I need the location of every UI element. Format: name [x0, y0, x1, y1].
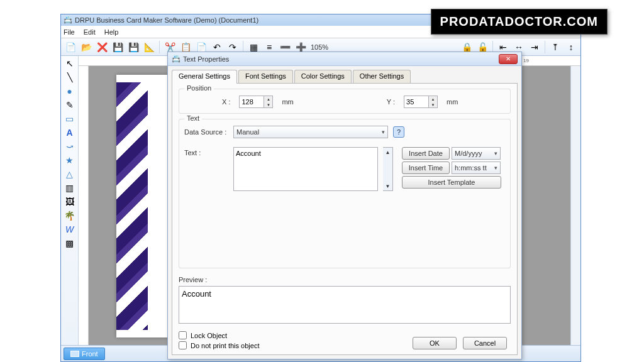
- position-group: Position X : ▲▼ mm Y : ▲▼ mm: [179, 89, 511, 114]
- y-input[interactable]: [404, 96, 429, 108]
- align-right-icon[interactable]: ⇥: [528, 40, 541, 54]
- time-format-select[interactable]: h:mm:ss tt: [452, 162, 501, 174]
- text-input[interactable]: [233, 147, 378, 191]
- cancel-button[interactable]: Cancel: [463, 337, 507, 349]
- zoom-label: 105%: [311, 43, 328, 51]
- barcode-tool-icon[interactable]: ▥: [62, 182, 77, 194]
- dialog-title: Text Properties: [183, 55, 229, 63]
- menu-help[interactable]: Help: [104, 28, 119, 36]
- front-tab-label: Front: [82, 350, 98, 358]
- arc-tool-icon[interactable]: ⤻: [62, 140, 77, 153]
- close-icon[interactable]: ✕: [499, 54, 518, 64]
- align-middle-icon[interactable]: ↕: [564, 40, 578, 54]
- x-label: X :: [222, 98, 230, 106]
- text-label: Text :: [184, 147, 228, 156]
- image-tool-icon[interactable]: 🌴: [62, 209, 77, 222]
- dialog-title-bar[interactable]: 📇 Text Properties ✕: [168, 52, 521, 66]
- star-tool-icon[interactable]: ★: [62, 154, 77, 167]
- ruler-vertical: [79, 66, 89, 345]
- help-icon[interactable]: ?: [393, 126, 404, 138]
- watermark: PRODATADOCTOR.COM: [431, 9, 608, 35]
- preview-box: Account: [179, 286, 511, 324]
- text-properties-dialog: 📇 Text Properties ✕ General Settings Fon…: [167, 52, 522, 359]
- front-thumb-icon: [70, 351, 79, 357]
- y-unit: mm: [447, 98, 458, 106]
- tool-palette: ↖ ╲ ● ✎ ▭ A ⤻ ★ △ ▥ 🖼 🌴 W ▩: [61, 56, 79, 345]
- tab-general[interactable]: General Settings: [172, 70, 237, 84]
- delete-icon[interactable]: ❌: [95, 40, 109, 54]
- insert-date-button[interactable]: Insert Date: [402, 147, 450, 160]
- dialog-body: General Settings Font Settings Color Set…: [168, 66, 521, 359]
- preview-label: Preview :: [179, 276, 511, 283]
- tab-panel-general: Position X : ▲▼ mm Y : ▲▼ mm: [172, 83, 518, 355]
- pointer-tool-icon[interactable]: ↖: [62, 57, 77, 70]
- text-group: Text Data Source : Manual ? Text : ▲▼ In…: [179, 119, 511, 268]
- tab-font[interactable]: Font Settings: [238, 70, 293, 84]
- card-stripe-graphic: [116, 82, 148, 330]
- x-spin-buttons[interactable]: ▲▼: [264, 96, 273, 108]
- picture-tool-icon[interactable]: 🖼: [62, 195, 77, 208]
- insert-template-button[interactable]: Insert Template: [402, 176, 501, 189]
- y-label: Y :: [387, 98, 395, 106]
- text-scrollbar[interactable]: ▲▼: [383, 147, 393, 191]
- data-source-select[interactable]: Manual: [233, 126, 388, 138]
- open-icon[interactable]: 📂: [79, 40, 93, 54]
- menu-file[interactable]: File: [64, 28, 75, 36]
- line-tool-icon[interactable]: ╲: [62, 71, 77, 84]
- side-tab-front[interactable]: Front: [64, 348, 105, 360]
- rect-tool-icon[interactable]: ▭: [62, 112, 77, 125]
- new-icon[interactable]: 📄: [64, 40, 77, 54]
- lock-object-checkbox[interactable]: Lock Object: [179, 331, 259, 339]
- save-icon[interactable]: 💾: [111, 40, 125, 54]
- dialog-icon: 📇: [172, 55, 180, 63]
- pencil-tool-icon[interactable]: ✎: [62, 99, 77, 111]
- tab-color[interactable]: Color Settings: [294, 70, 352, 84]
- tab-other[interactable]: Other Settings: [353, 70, 411, 84]
- dialog-tabs: General Settings Font Settings Color Set…: [172, 70, 518, 84]
- pattern-tool-icon[interactable]: ▩: [62, 237, 77, 250]
- ellipse-tool-icon[interactable]: ●: [62, 85, 77, 97]
- y-spin-buttons[interactable]: ▲▼: [429, 96, 438, 108]
- window-title: DRPU Business Card Maker Software (Demo)…: [75, 16, 258, 24]
- x-unit: mm: [282, 98, 293, 106]
- align-top-icon[interactable]: ⤒: [548, 40, 562, 54]
- x-spinner[interactable]: ▲▼: [239, 96, 273, 108]
- x-input[interactable]: [239, 96, 264, 108]
- noprint-checkbox[interactable]: Do not print this object: [179, 341, 259, 349]
- scrollbar-v[interactable]: [570, 66, 580, 345]
- saveas-icon[interactable]: 💾: [126, 40, 140, 54]
- y-spinner[interactable]: ▲▼: [404, 96, 438, 108]
- position-group-title: Position: [184, 84, 214, 92]
- wizard-icon[interactable]: 📐: [142, 40, 156, 54]
- text-tool-icon[interactable]: A: [62, 126, 77, 139]
- ok-button[interactable]: OK: [413, 337, 457, 349]
- data-source-label: Data Source :: [184, 128, 228, 136]
- app-icon: 📇: [64, 16, 72, 25]
- date-format-select[interactable]: M/d/yyyy: [452, 147, 501, 160]
- preview-value: Account: [182, 289, 211, 299]
- insert-time-button[interactable]: Insert Time: [402, 162, 450, 174]
- triangle-tool-icon[interactable]: △: [62, 168, 77, 180]
- text-group-title: Text: [184, 114, 202, 122]
- menu-edit[interactable]: Edit: [84, 28, 96, 36]
- wordart-tool-icon[interactable]: W: [62, 223, 77, 236]
